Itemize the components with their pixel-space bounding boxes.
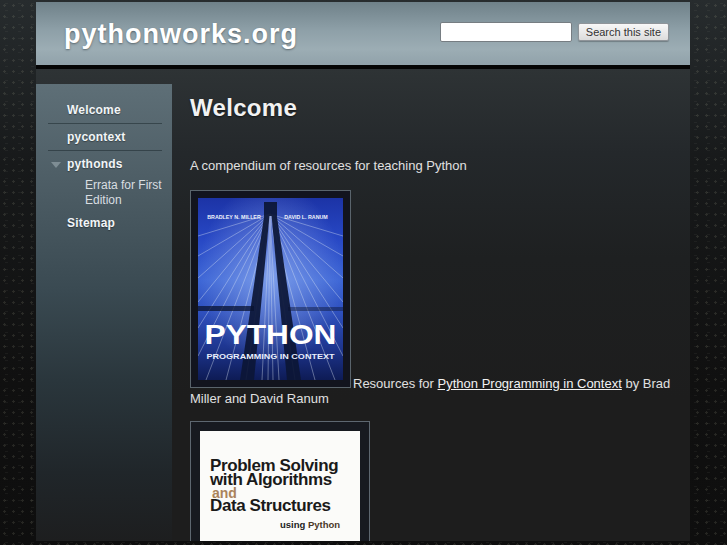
search-area: Search this site <box>440 22 669 42</box>
book2-title-line3: Data Structures <box>210 499 360 513</box>
search-button[interactable]: Search this site <box>578 23 669 41</box>
sidebar-divider <box>48 123 162 124</box>
sidebar-item-welcome[interactable]: Welcome <box>36 99 172 121</box>
book1-subtitle: PROGRAMMING IN CONTEXT <box>207 353 336 360</box>
site-title: pythonworks.org <box>64 2 298 67</box>
search-input[interactable] <box>440 22 572 42</box>
sidebar-item-label: pycontext <box>67 130 125 144</box>
sidebar-divider <box>48 150 162 151</box>
book2-tagline-python: Python <box>308 519 340 530</box>
page-wrapper: pythonworks.org Search this site Welcome… <box>36 0 690 545</box>
sidebar-item-errata[interactable]: Errata for First Edition <box>36 175 172 212</box>
bridge-cover-art: BRADLEY N. MILLER DAVID L. RANUM PYTHON … <box>198 198 343 380</box>
book2-paragraph: Problem Solving with Algorithms and Data… <box>190 421 672 541</box>
book1-cover-image[interactable]: BRADLEY N. MILLER DAVID L. RANUM PYTHON … <box>190 190 351 388</box>
book1-paragraph: BRADLEY N. MILLER DAVID L. RANUM PYTHON … <box>190 190 672 406</box>
sidebar-item-label: Welcome <box>67 103 121 117</box>
sidebar-item-label: Sitemap <box>67 216 115 230</box>
sidebar-item-pycontext[interactable]: pycontext <box>36 126 172 148</box>
sidebar-item-label: pythonds <box>67 157 123 171</box>
book1-author-right: DAVID L. RANUM <box>284 214 328 220</box>
caption-prefix: Resources for <box>353 376 438 391</box>
sidebar-nav: Welcome pycontext pythonds Errata for Fi… <box>36 84 172 541</box>
book1-title: PYTHON <box>205 320 337 350</box>
sidebar-item-pythonds[interactable]: pythonds <box>36 153 172 175</box>
page-title: Welcome <box>190 94 672 122</box>
intro-text: A compendium of resources for teaching P… <box>190 158 672 173</box>
sidebar-item-sitemap[interactable]: Sitemap <box>36 212 172 234</box>
main-content: Welcome A compendium of resources for te… <box>172 69 690 541</box>
book2-cover-art: Problem Solving with Algorithms and Data… <box>200 431 360 541</box>
sidebar-item-label: Errata for First Edition <box>85 178 169 208</box>
expand-triangle-icon[interactable] <box>51 162 61 168</box>
book2-cover-image[interactable]: Problem Solving with Algorithms and Data… <box>190 421 370 541</box>
book1-author-left: BRADLEY N. MILLER <box>207 214 261 220</box>
book2-tagline: using Python <box>210 513 360 532</box>
book1-caption-link[interactable]: Python Programming in Context <box>438 376 622 391</box>
content-shell: Welcome pycontext pythonds Errata for Fi… <box>36 69 690 541</box>
header-banner: pythonworks.org Search this site <box>36 2 690 69</box>
